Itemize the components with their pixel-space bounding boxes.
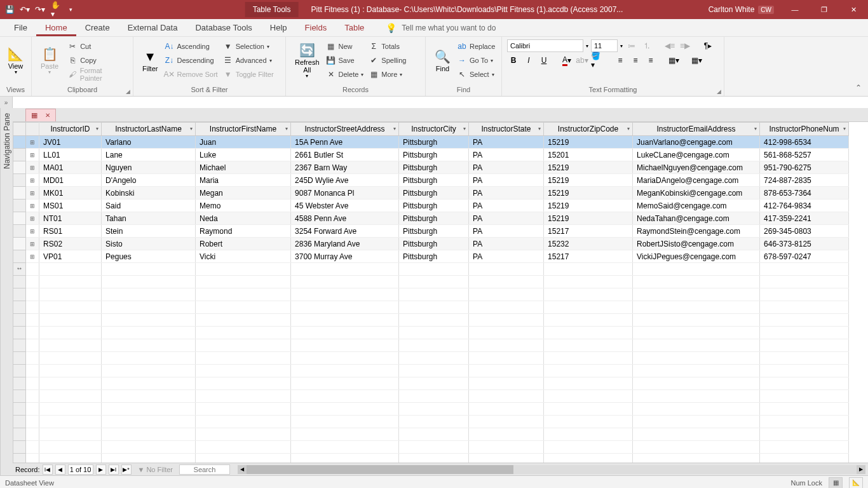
row-selector[interactable] — [13, 136, 26, 149]
cell[interactable]: Michael — [196, 161, 291, 174]
cell[interactable]: Raymond — [196, 225, 291, 238]
cell[interactable]: PA — [469, 238, 544, 250]
cell[interactable]: MD01 — [39, 174, 102, 187]
column-dropdown-icon[interactable]: ▾ — [538, 126, 541, 132]
cell[interactable]: 951-790-6275 — [760, 161, 849, 174]
tab-help[interactable]: Help — [261, 19, 296, 36]
cell[interactable]: Pittsburgh — [399, 250, 469, 263]
new-record-button[interactable]: ▶* — [121, 464, 132, 475]
cell[interactable]: 15219 — [544, 187, 633, 200]
column-header[interactable]: InstructorCity▾ — [399, 123, 469, 136]
column-header[interactable]: InstructorID▾ — [39, 123, 102, 136]
spelling-button[interactable]: ✔Spelling — [366, 53, 409, 67]
expand-icon[interactable]: ⊞ — [26, 200, 39, 212]
cell[interactable]: 646-373-8125 — [760, 238, 849, 250]
filter-button[interactable]: ▼ Filter — [139, 39, 161, 83]
expand-icon[interactable]: ⊞ — [26, 250, 39, 263]
cell[interactable]: 2367 Barn Way — [291, 161, 399, 174]
cell[interactable]: 15219 — [544, 161, 633, 174]
row-selector[interactable] — [13, 250, 26, 263]
cell[interactable]: 15219 — [544, 212, 633, 225]
cell[interactable]: Sisto — [102, 238, 196, 250]
tab-external-data[interactable]: External Data — [119, 19, 187, 36]
toggle-filter-button[interactable]: ▼Toggle Filter — [220, 67, 276, 81]
cell[interactable]: JuanVarlano@cengage.com — [633, 136, 760, 149]
remove-sort-button[interactable]: A✕Remove Sort — [161, 67, 220, 81]
cell[interactable]: MK01 — [39, 187, 102, 200]
record-search-input[interactable] — [179, 464, 230, 475]
cell[interactable]: 15A Penn Ave — [291, 136, 399, 149]
cell[interactable]: JV01 — [39, 136, 102, 149]
cell[interactable]: 4588 Penn Ave — [291, 212, 399, 225]
restore-button[interactable]: ❐ — [810, 0, 839, 19]
cell[interactable]: Pittsburgh — [399, 149, 469, 161]
column-dropdown-icon[interactable]: ▾ — [96, 126, 98, 132]
qat-customize-icon[interactable]: ▾ — [66, 5, 75, 14]
column-dropdown-icon[interactable]: ▾ — [285, 126, 288, 132]
cell[interactable]: PA — [469, 136, 544, 149]
align-right-button[interactable]: ≡ — [644, 54, 657, 67]
cell[interactable]: 2836 Maryland Ave — [291, 238, 399, 250]
tab-create[interactable]: Create — [76, 19, 119, 36]
cell[interactable] — [760, 263, 849, 276]
cell[interactable]: RaymondStein@cengage.com — [633, 225, 760, 238]
fill-color-button[interactable]: 🪣▾ — [591, 54, 604, 67]
highlight-button[interactable]: ab▾ — [576, 54, 588, 67]
cell[interactable]: 2661 Butler St — [291, 149, 399, 161]
replace-button[interactable]: abReplace — [454, 39, 498, 53]
column-dropdown-icon[interactable]: ▾ — [190, 126, 193, 132]
column-header[interactable]: InstructorFirstName▾ — [196, 123, 291, 136]
cell[interactable]: MeganKobinski@cengage.com — [633, 187, 760, 200]
cell[interactable]: 3254 Forward Ave — [291, 225, 399, 238]
decrease-indent-icon[interactable]: ◀≡ — [663, 39, 676, 52]
cell[interactable]: D'Angelo — [102, 174, 196, 187]
cell[interactable]: Pittsburgh — [399, 174, 469, 187]
cell[interactable]: 412-764-9834 — [760, 200, 849, 212]
column-dropdown-icon[interactable]: ▾ — [627, 126, 630, 132]
save-icon[interactable]: 💾 — [5, 5, 14, 14]
prev-record-button[interactable]: ◀ — [55, 464, 65, 475]
cell[interactable]: PA — [469, 161, 544, 174]
cell[interactable]: PA — [469, 212, 544, 225]
new-button[interactable]: ▦New — [323, 39, 367, 53]
tab-table[interactable]: Table — [336, 19, 373, 36]
cell[interactable]: Luke — [196, 149, 291, 161]
font-name-input[interactable] — [507, 39, 583, 52]
ascending-button[interactable]: A↓Ascending — [161, 39, 220, 53]
table-row[interactable]: ⊞VP01PeguesVicki3700 Murray AvePittsburg… — [13, 250, 849, 263]
view-button[interactable]: 📐 View ▾ — [5, 39, 26, 83]
cell[interactable]: PA — [469, 174, 544, 187]
cell[interactable]: Juan — [196, 136, 291, 149]
cell[interactable]: RobertJSisto@cengage.com — [633, 238, 760, 250]
align-left-button[interactable]: ≡ — [614, 54, 627, 67]
cell[interactable]: 3700 Murray Ave — [291, 250, 399, 263]
cell[interactable]: 561-868-5257 — [760, 149, 849, 161]
underline-button[interactable]: U — [538, 54, 550, 67]
navigation-pane-collapsed[interactable]: Navigation Pane — [0, 108, 13, 475]
cell[interactable]: 245D Wylie Ave — [291, 174, 399, 187]
cell[interactable]: Tahan — [102, 212, 196, 225]
cell[interactable]: Pittsburgh — [399, 136, 469, 149]
cell[interactable] — [196, 263, 291, 276]
cell[interactable] — [633, 263, 760, 276]
cell[interactable]: PA — [469, 225, 544, 238]
table-row[interactable]: ⊞MA01NguyenMichael2367 Barn WayPittsburg… — [13, 161, 849, 174]
column-header[interactable]: InstructorEmailAddress▾ — [633, 123, 760, 136]
goto-button[interactable]: →Go To▾ — [454, 53, 498, 67]
tab-fields[interactable]: Fields — [296, 19, 336, 36]
scroll-thumb[interactable] — [247, 465, 513, 474]
cell[interactable]: Pittsburgh — [399, 161, 469, 174]
cell[interactable]: PA — [469, 187, 544, 200]
cell[interactable]: MichaelNguyen@cengage.com — [633, 161, 760, 174]
expand-icon[interactable]: ⊞ — [26, 225, 39, 238]
cell[interactable]: PA — [469, 149, 544, 161]
cell[interactable]: LukeCLane@cengage.com — [633, 149, 760, 161]
cell[interactable]: Pittsburgh — [399, 225, 469, 238]
selection-button[interactable]: ▼Selection▾ — [220, 39, 276, 53]
gridlines-button[interactable]: ▦▾ — [667, 54, 680, 67]
cell[interactable] — [469, 263, 544, 276]
expand-icon[interactable]: ⊞ — [26, 212, 39, 225]
first-record-button[interactable]: I◀ — [43, 464, 53, 475]
collapse-ribbon-icon[interactable]: ⌃ — [855, 83, 862, 92]
scroll-right-icon[interactable]: ▶ — [857, 465, 865, 474]
